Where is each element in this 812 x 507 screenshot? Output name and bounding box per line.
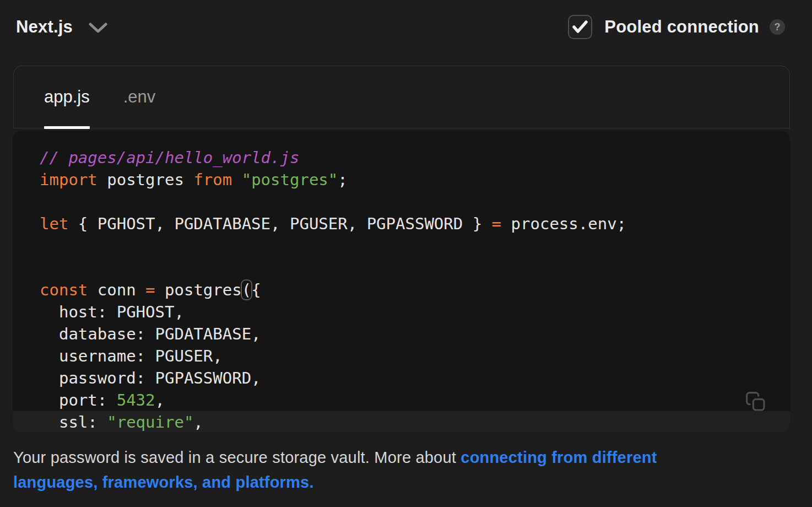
tab-appjs-label: app.js [44,87,90,107]
code-token: port: [40,391,117,409]
code-line [13,257,790,279]
pooled-connection-checkbox[interactable] [568,15,592,39]
code-token: { PGHOST, PGDATABASE, PGUSER, PGPASSWORD… [68,214,491,233]
help-icon[interactable]: ? [770,19,785,35]
code-token: process.env; [501,214,626,233]
code-token: { [251,281,261,299]
chevron-down-icon [89,23,107,34]
code-line: let { PGHOST, PGDATABASE, PGUSER, PGPASS… [13,213,790,235]
code-line: ssl: "require", [13,411,790,432]
code-block: // pages/api/hello_world.jsimport postgr… [13,131,790,432]
code-token: = [492,214,501,233]
code-token: postgres [98,170,194,189]
pooled-connection-option: Pooled connection ? [568,15,785,39]
footer-note-text: Your password is saved in a secure stora… [13,449,461,466]
code-token: from [193,170,232,189]
code-token: import [40,170,98,189]
code-line [13,235,790,257]
code-token: "require" [107,413,193,432]
code-token: username: PGUSER, [40,347,223,365]
code-token: database: PGDATABASE, [40,325,261,343]
code-line: port: 5432, [13,389,790,411]
code-token: , [155,391,165,409]
code-token: ssl: [40,413,107,432]
code-token: host: PGHOST, [40,303,184,321]
code-token: ; [338,170,347,189]
code-token: let [40,214,68,233]
code-token: , [193,413,203,432]
pooled-connection-label: Pooled connection [604,17,759,37]
code-line: // pages/api/hello_world.js [13,147,790,169]
code-token: 5432 [117,391,155,409]
tab-env[interactable]: .env [123,66,156,128]
code-token [232,170,241,189]
code-panel: // pages/api/hello_world.jsimport postgr… [13,131,790,432]
active-tab-underline [44,126,90,129]
code-line: import postgres from "postgres"; [13,169,790,191]
framework-selector[interactable]: Next.js [16,17,107,37]
footer-note: Your password is saved in a secure stora… [13,445,732,495]
code-line: host: PGHOST, [13,301,790,323]
code-line: const conn = postgres({ [13,279,790,301]
code-token: password: PGPASSWORD, [40,369,261,387]
check-icon [572,20,588,34]
copy-icon [745,391,767,413]
tab-appjs[interactable]: app.js [44,66,90,128]
code-card-tab-bar: app.js .env [13,66,790,128]
code-line: username: PGUSER, [13,345,790,367]
code-token: // pages/api/hello_world.js [40,148,299,167]
code-line: password: PGPASSWORD, [13,367,790,389]
top-bar: Next.js Pooled connection ? [0,0,812,40]
tab-env-label: .env [123,87,156,107]
copy-button[interactable] [745,391,767,413]
code-token: postgres [155,281,242,299]
code-line: database: PGDATABASE, [13,323,790,345]
code-token: const [40,281,88,299]
code-token: ( [242,281,251,299]
framework-selector-label: Next.js [16,17,73,37]
code-token: = [145,281,155,299]
code-token: "postgres" [242,170,338,189]
code-line [13,191,790,213]
code-token: conn [88,281,145,299]
